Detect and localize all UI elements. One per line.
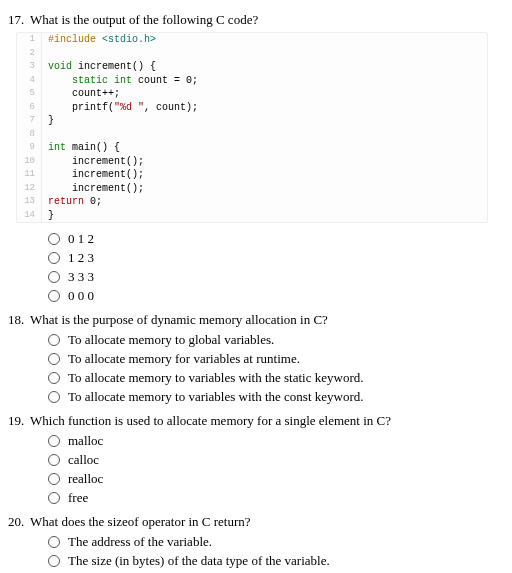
question-body: What is the purpose of dynamic memory al…: [30, 312, 328, 328]
code-text: increment();: [42, 168, 144, 182]
question-body: What does the sizeof operator in C retur…: [30, 514, 251, 530]
question-18: 18. What is the purpose of dynamic memor…: [8, 312, 504, 405]
option[interactable]: 0 1 2: [48, 231, 504, 247]
option-text: calloc: [68, 452, 99, 468]
line-number: 10: [17, 155, 42, 169]
option-text: To allocate memory to global variables.: [68, 332, 274, 348]
question-text: 20. What does the sizeof operator in C r…: [8, 514, 504, 530]
question-19: 19. Which function is used to allocate m…: [8, 413, 504, 506]
code-text: static int count = 0;: [42, 74, 198, 88]
radio-icon: [48, 435, 60, 447]
code-text: increment();: [42, 155, 144, 169]
question-number: 17.: [8, 12, 30, 28]
option[interactable]: The address of the variable.: [48, 534, 504, 550]
code-text: }: [42, 114, 54, 128]
option-text: 3 3 3: [68, 269, 94, 285]
option[interactable]: 0 0 0: [48, 288, 504, 304]
code-text: }: [42, 209, 54, 223]
question-number: 18.: [8, 312, 30, 328]
options-list: To allocate memory to global variables. …: [48, 332, 504, 405]
option-text: 0 0 0: [68, 288, 94, 304]
option[interactable]: To allocate memory for variables at runt…: [48, 351, 504, 367]
line-number: 1: [17, 33, 42, 47]
option-text: To allocate memory to variables with the…: [68, 370, 363, 386]
radio-icon: [48, 473, 60, 485]
option-text: malloc: [68, 433, 103, 449]
line-number: 14: [17, 209, 42, 223]
question-text: 19. Which function is used to allocate m…: [8, 413, 504, 429]
code-block: 1#include <stdio.h> 2 3void increment() …: [16, 32, 488, 223]
line-number: 7: [17, 114, 42, 128]
option-text: To allocate memory for variables at runt…: [68, 351, 300, 367]
question-body: Which function is used to allocate memor…: [30, 413, 391, 429]
option[interactable]: To allocate memory to variables with the…: [48, 389, 504, 405]
option[interactable]: To allocate memory to global variables.: [48, 332, 504, 348]
question-17: 17. What is the output of the following …: [8, 12, 504, 304]
options-list: 0 1 2 1 2 3 3 3 3 0 0 0: [48, 231, 504, 304]
options-list: The address of the variable. The size (i…: [48, 534, 504, 573]
radio-icon: [48, 492, 60, 504]
line-number: 3: [17, 60, 42, 74]
line-number: 6: [17, 101, 42, 115]
option[interactable]: calloc: [48, 452, 504, 468]
option[interactable]: 1 2 3: [48, 250, 504, 266]
code-text: [42, 47, 54, 61]
question-20: 20. What does the sizeof operator in C r…: [8, 514, 504, 573]
radio-icon: [48, 391, 60, 403]
code-text: void increment() {: [42, 60, 156, 74]
code-text: printf("%d ", count);: [42, 101, 198, 115]
code-text: return 0;: [42, 195, 102, 209]
question-text: 18. What is the purpose of dynamic memor…: [8, 312, 504, 328]
option[interactable]: free: [48, 490, 504, 506]
question-body: What is the output of the following C co…: [30, 12, 258, 28]
option-text: 0 1 2: [68, 231, 94, 247]
line-number: 5: [17, 87, 42, 101]
option-text: free: [68, 490, 88, 506]
radio-icon: [48, 252, 60, 264]
line-number: 2: [17, 47, 42, 61]
options-list: malloc calloc realloc free: [48, 433, 504, 506]
line-number: 11: [17, 168, 42, 182]
option-text: 1 2 3: [68, 250, 94, 266]
radio-icon: [48, 372, 60, 384]
line-number: 4: [17, 74, 42, 88]
option[interactable]: The size (in bytes) of the data type of …: [48, 553, 504, 569]
radio-icon: [48, 233, 60, 245]
radio-icon: [48, 536, 60, 548]
radio-icon: [48, 334, 60, 346]
line-number: 8: [17, 128, 42, 142]
option-text: realloc: [68, 471, 103, 487]
option[interactable]: malloc: [48, 433, 504, 449]
radio-icon: [48, 290, 60, 302]
option[interactable]: To allocate memory to variables with the…: [48, 370, 504, 386]
option[interactable]: realloc: [48, 471, 504, 487]
line-number: 9: [17, 141, 42, 155]
code-text: count++;: [42, 87, 120, 101]
option[interactable]: 3 3 3: [48, 269, 504, 285]
option-text: The size (in bytes) of the data type of …: [68, 553, 330, 569]
radio-icon: [48, 454, 60, 466]
question-number: 20.: [8, 514, 30, 530]
code-text: [42, 128, 54, 142]
radio-icon: [48, 353, 60, 365]
code-text: increment();: [42, 182, 144, 196]
option-text: The address of the variable.: [68, 534, 212, 550]
code-text: int main() {: [42, 141, 120, 155]
radio-icon: [48, 271, 60, 283]
option-text: To allocate memory to variables with the…: [68, 389, 363, 405]
question-number: 19.: [8, 413, 30, 429]
radio-icon: [48, 555, 60, 567]
question-text: 17. What is the output of the following …: [8, 12, 504, 28]
line-number: 12: [17, 182, 42, 196]
code-text: #include <stdio.h>: [42, 33, 156, 47]
line-number: 13: [17, 195, 42, 209]
